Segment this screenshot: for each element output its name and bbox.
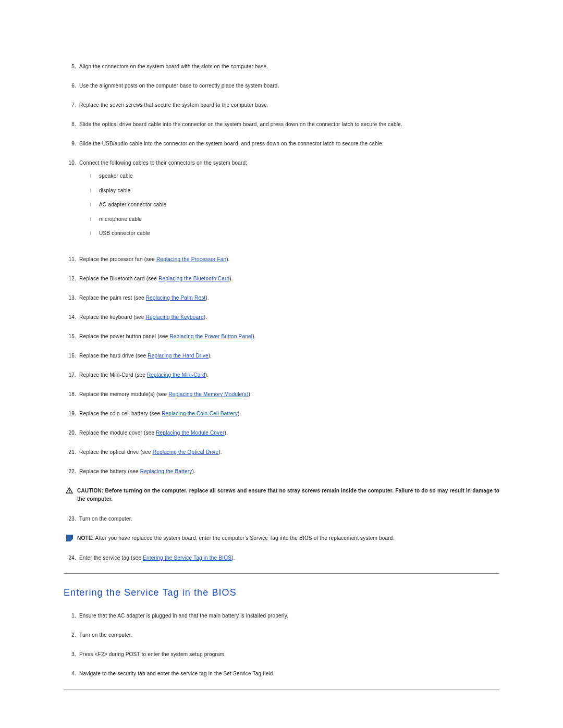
step-text: Replace the hard drive (see [79,353,148,359]
step-text-post: ). [231,555,235,561]
section-divider [64,573,499,574]
step-text-post: ). [204,314,207,320]
step-17: 17. Replace the Mini-Card (see Replacing… [64,371,499,379]
xref-link[interactable]: Replacing the Keyboard [146,314,204,320]
step-text: Replace the keyboard (see [79,314,146,320]
step-22: 22. Replace the battery (see Replacing t… [64,467,499,475]
caution-label: CAUTION: [77,488,103,493]
step-16: 16. Replace the hard drive (see Replacin… [64,352,499,360]
step-number: 1. [64,612,76,620]
step-number: 12. [64,275,76,282]
xref-link[interactable]: Replacing the Module Cover [156,430,224,436]
step-body: Enter the service tag (see Entering the … [79,554,499,562]
step-number: 11. [64,255,76,263]
step-body: Replace the palm rest (see Replacing the… [79,294,499,302]
step-text-post: ). [226,256,230,262]
sublist-item: lspeaker cable [88,172,499,180]
step-body: Replace the keyboard (see Replacing the … [79,313,499,321]
sublist-item: ldisplay cable [88,187,499,195]
step-number: 21. [64,448,76,456]
step-text: Replace the memory module(s) (see [79,391,168,397]
xref-link[interactable]: Replacing the Mini-Card [147,372,205,378]
step-body: Replace the coin-cell battery (see Repla… [79,410,499,417]
step-23: 23. Turn on the computer. [64,515,499,523]
step-15: 15. Replace the power button panel (see … [64,332,499,340]
xref-link[interactable]: Replacing the Coin-Cell Battery [162,411,238,416]
step-number: 3. [64,650,76,658]
step-number: 16. [64,352,76,360]
step-13: 13. Replace the palm rest (see Replacing… [64,294,499,302]
step-text-post: ). [205,295,209,301]
caution-text: CAUTION: Before turning on the computer,… [75,487,499,503]
step-text: Replace the coin-cell battery (see [79,411,162,416]
step-text: Enter the service tag (see [79,555,143,561]
xref-link[interactable]: Replacing the Power Button Panel [169,334,252,339]
step-text: Ensure that the AC adapter is plugged in… [79,612,499,620]
step-text: Press <F2> during POST to enter the syst… [79,650,499,658]
step-body: Replace the battery (see Replacing the B… [79,467,499,475]
xref-link[interactable]: Replacing the Battery [140,468,192,474]
step-12: 12. Replace the Bluetooth card (see Repl… [64,275,499,282]
document-page: 5. Align the connectors on the system bo… [0,0,563,728]
bullet-marker: l [88,202,94,209]
step-text-post: ). [252,334,256,339]
sublist-item: lmicrophone cable [88,215,499,224]
step-number: 18. [64,390,76,398]
step-5: 5. Align the connectors on the system bo… [64,63,499,70]
step-19: 19. Replace the coin-cell battery (see R… [64,410,499,417]
step-text: Replace the module cover (see [79,430,156,436]
step-body: Replace the Bluetooth card (see Replacin… [79,275,499,282]
bios-step-4: 4. Navigate to the security tab and ente… [64,670,499,677]
step-text: Replace the power button panel (see [79,334,169,339]
step-6: 6. Use the alignment posts on the comput… [64,82,499,90]
procedure-continued: 23. Turn on the computer. [64,515,499,523]
step-text: Turn on the computer. [79,631,499,639]
step-10: 10. Connect the following cables to thei… [64,159,499,244]
step-number: 10. [64,159,76,167]
xref-link[interactable]: Replacing the Hard Drive [148,353,209,359]
step-18: 18. Replace the memory module(s) (see Re… [64,390,499,398]
step-text-post: ). [192,468,196,474]
step-body: Replace the hard drive (see Replacing th… [79,352,499,360]
step-body: Replace the power button panel (see Repl… [79,332,499,340]
xref-link[interactable]: Replacing the Palm Rest [146,295,206,301]
step-11: 11. Replace the processor fan (see Repla… [64,255,499,263]
step-text-post: ). [218,449,222,455]
xref-link[interactable]: Replacing the Processor Fan [156,256,226,262]
step-number: 2. [64,631,76,639]
step-text: Replace the palm rest (see [79,295,146,301]
xref-link[interactable]: Replacing the Memory Module(s) [168,391,248,397]
bullet-marker: l [88,230,94,238]
step-number: 6. [64,82,76,90]
xref-link[interactable]: Replacing the Bluetooth Card [158,276,229,281]
step-text-post: ). [229,276,233,281]
procedure-list-main: 5. Align the connectors on the system bo… [64,63,499,475]
step-9: 9. Slide the USB/audio cable into the co… [64,140,499,147]
step-7: 7. Replace the seven screws that secure … [64,101,499,109]
step-body: Replace the processor fan (see Replacing… [79,255,499,263]
note-label: NOTE: [77,535,94,541]
step-body: Replace the optical drive (see Replacing… [79,448,499,456]
step-body: Connect the following cables to their co… [79,159,499,244]
step-text: Slide the USB/audio cable into the conne… [79,140,499,147]
step-number: 24. [64,554,76,562]
step-number: 20. [64,429,76,437]
xref-link[interactable]: Replacing the Optical Drive [153,449,219,455]
step-text: Use the alignment posts on the computer … [79,82,499,90]
step-number: 5. [64,63,76,70]
caution-icon [64,487,75,503]
note-text: NOTE: After you have replaced the system… [75,534,499,542]
xref-link[interactable]: Entering the Service Tag in the BIOS [143,555,231,561]
step-body: Replace the module cover (see Replacing … [79,429,499,437]
step-number: 7. [64,101,76,109]
step-text: Slide the optical drive board cable into… [79,120,499,128]
bios-step-2: 2. Turn on the computer. [64,631,499,639]
svg-rect-2 [69,491,69,492]
step-20: 20. Replace the module cover (see Replac… [64,429,499,437]
step-text-post: ). [205,372,209,378]
svg-rect-1 [69,489,69,491]
cable-sublist: lspeaker cable ldisplay cable lAC adapte… [88,172,499,238]
sublist-text: AC adapter connector cable [99,201,166,208]
step-8: 8. Slide the optical drive board cable i… [64,120,499,128]
step-text-post: ). [225,430,228,436]
